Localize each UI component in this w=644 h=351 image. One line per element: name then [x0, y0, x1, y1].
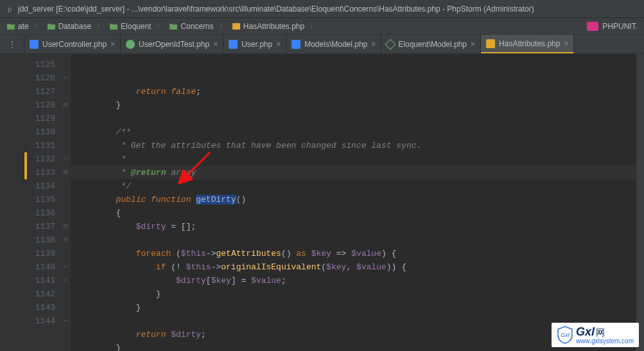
line-number: 1143 — [24, 301, 55, 314]
code-line[interactable]: */ — [76, 179, 636, 193]
fold-marker — [60, 58, 71, 71]
code-line[interactable]: foreach ($this->getAttributes() as $key … — [76, 247, 636, 260]
close-icon[interactable]: × — [276, 40, 281, 49]
breadcrumb-bar: ate〉Database〉Eloquent〉Concerns〉HasAttrib… — [0, 18, 644, 35]
breadcrumb-label: ate — [18, 22, 29, 31]
editor-tab[interactable]: HasAttributes.php× — [481, 35, 574, 53]
chevron-right-icon: 〉 — [31, 21, 44, 32]
breadcrumb-item[interactable]: ate — [4, 22, 31, 31]
marker-gutter — [0, 54, 24, 351]
code-line[interactable]: public function getDirty() — [76, 193, 636, 206]
tab-label: HasAttributes.php — [499, 39, 560, 48]
line-number: 1125 — [24, 58, 55, 71]
editor-tabs: ⋮ UserController.php×UserOpenIdTest.php×… — [0, 35, 644, 54]
chevron-right-icon: 〉 — [307, 21, 320, 32]
close-icon[interactable]: × — [110, 40, 115, 49]
breadcrumb-item[interactable]: Database — [44, 22, 94, 31]
code-line[interactable] — [76, 112, 636, 125]
phpunit-label[interactable]: PHPUNIT. — [602, 22, 638, 31]
svg-text:Gxl: Gxl — [561, 332, 570, 338]
editor-tab[interactable]: Eloquent\Model.php× — [381, 35, 481, 53]
tab-label: User.php — [241, 40, 272, 49]
code-line[interactable]: * Get the attributes that have been chan… — [76, 139, 636, 152]
window-titlebar: p jdd_server [E:\code\jdd_server] - ...\… — [0, 0, 644, 18]
fold-marker[interactable]: ⌐ — [60, 152, 71, 166]
toolbar-right: PHPUNIT. — [587, 22, 640, 31]
tab-label: Models\Model.php — [304, 40, 367, 49]
breadcrumb-item[interactable]: Concerns — [166, 22, 216, 31]
code-line[interactable]: $dirty[$key] = $value; — [76, 274, 636, 287]
tab-label: Eloquent\Model.php — [398, 40, 467, 49]
fold-marker — [60, 301, 71, 314]
code-line[interactable]: /** — [76, 125, 636, 139]
fold-marker — [60, 247, 71, 260]
fold-marker — [60, 139, 71, 152]
editor-tab[interactable]: Models\Model.php× — [286, 35, 381, 53]
fold-marker[interactable]: ⌐ — [60, 71, 71, 85]
phpunit-icon[interactable] — [587, 22, 598, 31]
line-number: 1136 — [24, 206, 55, 220]
fold-marker[interactable]: ⊟ — [60, 98, 71, 112]
line-number-gutter: 1125112611271128112911301131113211331134… — [24, 54, 60, 351]
line-number: 1141 — [24, 274, 55, 287]
code-editor[interactable]: 1125112611271128112911301131113211331134… — [0, 54, 644, 351]
folder-icon — [109, 22, 118, 30]
line-number: 1129 — [24, 112, 55, 125]
line-number: 1138 — [24, 233, 55, 247]
editor-tab[interactable]: UserOpenIdTest.php× — [121, 35, 223, 53]
fold-marker[interactable]: ⊟ — [60, 166, 71, 179]
file-icon — [292, 40, 300, 49]
editor-tab[interactable]: UserController.php× — [24, 35, 121, 53]
fold-marker[interactable]: ⊟ — [60, 233, 71, 247]
fold-marker — [60, 112, 71, 125]
tab-label: UserOpenIdTest.php — [139, 40, 209, 49]
code-line[interactable]: if (! $this->originalIsEquivalent($key, … — [76, 260, 636, 274]
chevron-right-icon: 〉 — [94, 21, 107, 32]
watermark-url: www.gxlsystem.com — [576, 338, 634, 345]
line-number: 1131 — [24, 139, 55, 152]
file-icon — [229, 40, 238, 49]
code-line[interactable]: * @return array — [76, 166, 636, 179]
fold-marker — [60, 287, 71, 301]
gutter-menu-button[interactable]: ⋮ — [0, 35, 24, 53]
file-icon — [126, 40, 135, 49]
window-title: jdd_server [E:\code\jdd_server] - ...\ve… — [18, 4, 534, 14]
code-line[interactable]: * — [76, 152, 636, 166]
fold-gutter[interactable]: ⌐⊟⌐⊟⊟⊟⌐⌐⌐ — [60, 54, 71, 351]
fold-marker[interactable]: ⊟ — [60, 220, 71, 233]
code-line[interactable]: } — [76, 301, 636, 314]
breadcrumb-label: Database — [58, 22, 91, 31]
vertical-scrollbar[interactable] — [636, 54, 644, 351]
code-line[interactable]: { — [76, 206, 636, 220]
breadcrumb-item[interactable]: Eloquent — [107, 22, 153, 31]
close-icon[interactable]: × — [371, 40, 376, 49]
line-number: 1127 — [24, 85, 55, 98]
shield-icon: Gxl — [557, 326, 573, 344]
close-icon[interactable]: × — [213, 40, 218, 49]
breadcrumb-label: HasAttributes.php — [243, 22, 304, 31]
editor-tab[interactable]: User.php× — [223, 35, 286, 53]
line-number: 1137 — [24, 220, 55, 233]
line-number: 1130 — [24, 125, 55, 139]
close-icon[interactable]: × — [471, 40, 475, 49]
watermark-badge: Gxl Gxl网 www.gxlsystem.com — [552, 323, 639, 347]
fold-marker[interactable]: ⌐ — [60, 260, 71, 274]
code-line[interactable]: $dirty = []; — [76, 220, 636, 233]
line-number: 1135 — [24, 193, 55, 206]
code-line[interactable]: } — [76, 287, 636, 301]
fold-marker[interactable]: ⌐ — [60, 274, 71, 287]
code-line[interactable] — [76, 233, 636, 247]
watermark-suffix: 网 — [596, 327, 605, 338]
close-icon[interactable]: × — [564, 39, 568, 48]
code-line[interactable]: } — [76, 98, 636, 112]
file-icon — [486, 39, 495, 48]
fold-marker[interactable]: ⌐ — [60, 314, 71, 328]
code-area[interactable]: return false; } /** * Get the attributes… — [71, 54, 636, 351]
folder-icon — [169, 22, 178, 30]
breadcrumb-item[interactable]: HasAttributes.php — [229, 22, 307, 31]
line-number: 1132 — [24, 152, 55, 166]
breadcrumb-label: Eloquent — [121, 22, 151, 31]
file-icon — [385, 39, 396, 50]
watermark-brand: Gxl — [576, 325, 595, 338]
code-line[interactable]: return false; — [76, 85, 636, 98]
